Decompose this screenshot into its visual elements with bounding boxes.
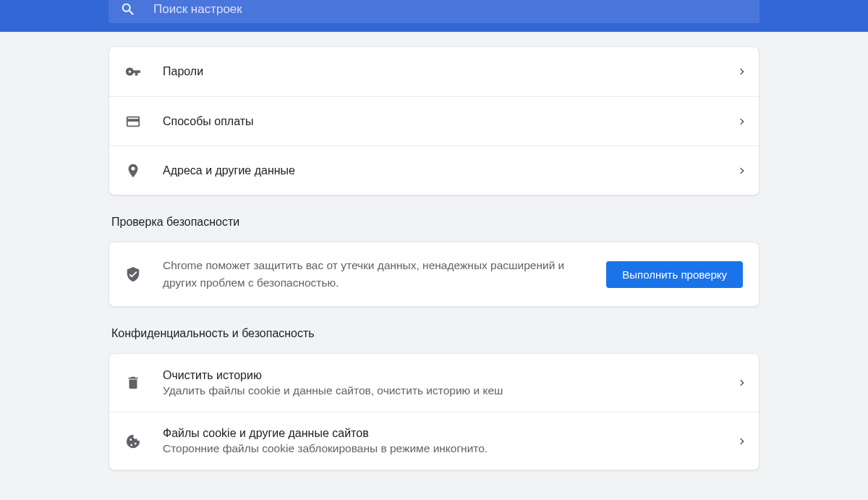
safety-card: Chrome поможет защитить вас от утечки да… xyxy=(109,242,760,307)
row-passwords[interactable]: Пароли xyxy=(109,47,759,96)
row-label: Способы оплаты xyxy=(163,115,739,128)
row-label: Файлы cookie и другие данные сайтов xyxy=(163,427,739,440)
search-input[interactable] xyxy=(153,2,748,17)
run-safety-check-button[interactable]: Выполнить проверку xyxy=(606,261,743,288)
app-header xyxy=(0,0,868,32)
row-payment[interactable]: Способы оплаты xyxy=(109,96,759,145)
cookie-icon xyxy=(125,433,141,449)
chevron-right-icon xyxy=(738,118,744,124)
privacy-card: Очистить историю Удалить файлы cookie и … xyxy=(109,353,760,470)
section-heading-safety: Проверка безопасности xyxy=(111,216,760,229)
row-addresses[interactable]: Адреса и другие данные xyxy=(109,145,759,195)
chevron-right-icon xyxy=(738,69,744,75)
row-label: Пароли xyxy=(163,65,739,78)
row-sub: Сторонние файлы cookie заблокированы в р… xyxy=(163,442,739,455)
chevron-right-icon xyxy=(738,380,744,386)
chevron-right-icon xyxy=(738,438,744,444)
annotation-arrow xyxy=(0,470,868,500)
row-cookies[interactable]: Файлы cookie и другие данные сайтов Стор… xyxy=(109,412,759,470)
credit-card-icon xyxy=(125,114,141,130)
row-sub: Удалить файлы cookie и данные сайтов, оч… xyxy=(163,384,739,397)
safety-description: Chrome поможет защитить вас от утечки да… xyxy=(163,257,590,292)
chevron-right-icon xyxy=(738,167,744,173)
location-icon xyxy=(125,163,141,179)
row-clear-history[interactable]: Очистить историю Удалить файлы cookie и … xyxy=(109,354,759,412)
search-bar[interactable] xyxy=(109,0,760,23)
trash-icon xyxy=(125,375,141,391)
search-icon xyxy=(120,1,136,17)
shield-check-icon xyxy=(125,266,141,282)
key-icon xyxy=(125,64,141,80)
settings-content: Пароли Способы оплаты Адреса и другие да… xyxy=(109,46,760,470)
autofill-card: Пароли Способы оплаты Адреса и другие да… xyxy=(109,46,760,195)
section-heading-privacy: Конфиденциальность и безопасность xyxy=(111,327,760,340)
row-label: Адреса и другие данные xyxy=(163,164,739,177)
row-label: Очистить историю xyxy=(163,369,739,382)
